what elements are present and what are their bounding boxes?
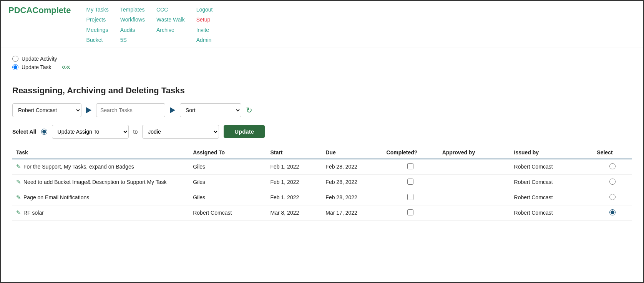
col-header-issued: Issued by [510, 146, 593, 159]
nav-col-2: Templates Workflows Audits 5S [120, 5, 145, 45]
cell-start-3: Mar 8, 2022 [267, 205, 322, 220]
header: PDCAComplete My Tasks Projects Meetings … [1, 1, 643, 48]
select-all-label: Select All [12, 129, 37, 135]
table-row: ✎RF solar Robert Comcast Mar 8, 2022 Mar… [12, 205, 632, 220]
nav-invite[interactable]: Invite [196, 26, 213, 34]
cell-assigned-1: Giles [189, 174, 266, 190]
cell-approved-0 [438, 159, 510, 175]
filter-row: Robert Comcast Giles Jodie Sort A-Z Z-A … [12, 103, 632, 117]
nav-bucket[interactable]: Bucket [86, 36, 109, 44]
nav-col-1: My Tasks Projects Meetings Bucket [86, 5, 109, 45]
nav-meetings[interactable]: Meetings [86, 26, 109, 34]
table-row: ✎Need to add Bucket Image& Description t… [12, 174, 632, 190]
cell-task-3: ✎RF solar [12, 205, 189, 220]
completed-checkbox-3[interactable] [407, 209, 413, 215]
col-header-assigned: Assigned To [189, 146, 266, 159]
nav-audits[interactable]: Audits [120, 26, 145, 34]
cell-task-1: ✎Need to add Bucket Image& Description t… [12, 174, 189, 190]
edit-icon-3[interactable]: ✎ [16, 209, 21, 216]
nav-logout[interactable]: Logout [196, 5, 213, 14]
edit-icon-0[interactable]: ✎ [16, 163, 21, 170]
cell-issued-2: Robert Comcast [510, 190, 593, 205]
nav-col-3: CCC Waste Walk Archive [156, 5, 185, 45]
nav-projects[interactable]: Projects [86, 15, 109, 24]
cell-due-0: Feb 28, 2022 [322, 159, 382, 175]
select-all-radio[interactable] [41, 129, 47, 135]
cell-task-2: ✎Page on Email Notifications [12, 190, 189, 205]
edit-icon-1[interactable]: ✎ [16, 179, 21, 185]
nav-admin[interactable]: Admin [196, 36, 213, 44]
select-radio-2[interactable] [609, 194, 616, 200]
select-radio-0[interactable] [609, 163, 616, 169]
col-header-completed: Completed? [383, 146, 438, 159]
cell-start-2: Feb 1, 2022 [267, 190, 322, 205]
assignee-select[interactable]: Jodie Giles Robert Comcast [142, 125, 219, 139]
nav-waste-walk[interactable]: Waste Walk [156, 15, 185, 24]
radio-update-task[interactable]: Update Task [12, 64, 57, 70]
nav-workflows[interactable]: Workflows [120, 15, 145, 24]
sort-select[interactable]: Sort A-Z Z-A Due Date [180, 103, 241, 117]
cell-due-3: Mar 17, 2022 [322, 205, 382, 220]
user-select[interactable]: Robert Comcast Giles Jodie [12, 103, 81, 117]
update-radio-group: Update Activity Update Task [12, 56, 57, 70]
nav-ccc[interactable]: CCC [156, 5, 185, 14]
main-content: Update Activity Update Task «« Reassigni… [1, 48, 643, 228]
cell-select-1 [593, 174, 632, 190]
nav-col-4: Logout Setup Invite Admin [196, 5, 213, 45]
nav-templates[interactable]: Templates [120, 5, 145, 14]
cell-approved-3 [438, 205, 510, 220]
search-input[interactable] [96, 103, 165, 117]
logo-black: PDCA [8, 5, 32, 15]
cell-issued-1: Robert Comcast [510, 174, 593, 190]
col-header-approved: Approved by [438, 146, 510, 159]
nav-5s[interactable]: 5S [120, 36, 145, 44]
table-header-row: Task Assigned To Start Due Completed? Ap… [12, 146, 632, 159]
nav-my-tasks[interactable]: My Tasks [86, 5, 109, 14]
radio-activity-input[interactable] [12, 56, 18, 62]
nav-archive[interactable]: Archive [156, 26, 185, 34]
cell-completed-3 [383, 205, 438, 220]
radio-task-input[interactable] [12, 64, 18, 70]
select-radio-1[interactable] [609, 179, 616, 185]
search-arrow-btn[interactable] [170, 107, 175, 113]
radio-task-label: Update Task [22, 64, 51, 70]
completed-checkbox-0[interactable] [407, 163, 413, 169]
cell-assigned-3: Robert Comcast [189, 205, 266, 220]
app-logo: PDCAComplete [8, 5, 71, 15]
main-nav: My Tasks Projects Meetings Bucket Templa… [86, 5, 224, 45]
col-header-select: Select [593, 146, 632, 159]
cell-completed-1 [383, 174, 438, 190]
cell-approved-1 [438, 174, 510, 190]
cell-issued-3: Robert Comcast [510, 205, 593, 220]
completed-checkbox-2[interactable] [407, 194, 413, 200]
page-title: Reassigning, Archiving and Deleting Task… [12, 86, 632, 96]
completed-checkbox-1[interactable] [407, 179, 413, 185]
cell-start-0: Feb 1, 2022 [267, 159, 322, 175]
col-header-start: Start [267, 146, 322, 159]
nav-setup[interactable]: Setup [196, 15, 213, 24]
select-radio-3[interactable] [609, 209, 616, 215]
cell-completed-2 [383, 190, 438, 205]
cell-approved-2 [438, 190, 510, 205]
task-table: Task Assigned To Start Due Completed? Ap… [12, 146, 632, 221]
table-row: ✎Page on Email Notifications Giles Feb 1… [12, 190, 632, 205]
radio-update-activity[interactable]: Update Activity [12, 56, 57, 62]
update-button[interactable]: Update [224, 125, 265, 138]
logo-green: Complete [32, 5, 71, 15]
cell-issued-0: Robert Comcast [510, 159, 593, 175]
cell-due-1: Feb 28, 2022 [322, 174, 382, 190]
refresh-button[interactable]: ↻ [246, 106, 252, 115]
assign-row: Select All Update Assign To Archive Dele… [12, 125, 632, 139]
radio-activity-label: Update Activity [22, 56, 57, 62]
user-arrow-btn[interactable] [86, 107, 91, 113]
cell-due-2: Feb 28, 2022 [322, 190, 382, 205]
cell-select-0 [593, 159, 632, 175]
action-select[interactable]: Update Assign To Archive Delete [52, 125, 129, 139]
cell-start-1: Feb 1, 2022 [267, 174, 322, 190]
cell-completed-0 [383, 159, 438, 175]
col-header-task: Task [12, 146, 189, 159]
to-label: to [133, 129, 138, 135]
edit-icon-2[interactable]: ✎ [16, 194, 21, 200]
table-row: ✎For the Support, My Tasks, expand on Ba… [12, 159, 632, 175]
cell-select-2 [593, 190, 632, 205]
